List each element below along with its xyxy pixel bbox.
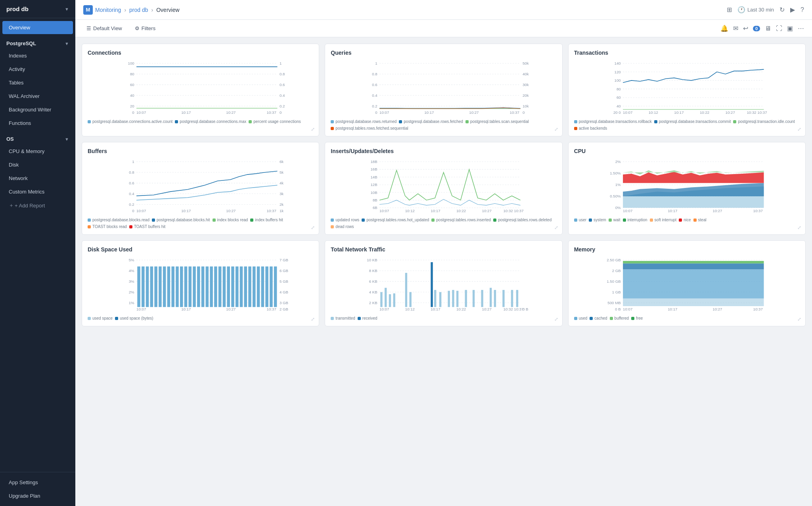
svg-rect-150 <box>189 266 192 307</box>
expand-icon[interactable]: ⤢ <box>554 316 558 322</box>
fullscreen-icon[interactable]: ⛶ <box>776 25 782 32</box>
toolbar-right: 🔔 ✉ ↩ 0 🖥 ⛶ ▣ ⋯ <box>720 25 804 32</box>
svg-text:16B: 16B <box>371 167 377 171</box>
default-view-button[interactable]: ☰ Default View <box>83 24 125 33</box>
revert-icon[interactable]: ↩ <box>743 25 748 32</box>
sidebar-item-disk[interactable]: Disk <box>2 158 73 171</box>
sidebar-item-wal-archiver[interactable]: WAL Archiver <box>2 90 73 103</box>
svg-text:0 B: 0 B <box>615 307 621 311</box>
bell-icon[interactable]: 🔔 <box>720 25 728 32</box>
help-icon[interactable]: ? <box>801 6 804 13</box>
cpu-legend: user system wait interruption soft inter… <box>574 218 800 222</box>
breadcrumb-current: Overview <box>156 7 179 13</box>
svg-text:6 KB: 6 KB <box>369 279 377 284</box>
main-content: M Monitoring › prod db › Overview ⊞ 🕐 La… <box>75 0 812 506</box>
svg-text:10:27: 10:27 <box>712 307 722 311</box>
postgresql-section[interactable]: PostgreSQL ▼ <box>0 36 75 49</box>
time-range-button[interactable]: 🕐 Last 30 min <box>737 6 774 13</box>
more-icon[interactable]: ⋯ <box>798 25 804 32</box>
svg-text:60: 60 <box>130 82 134 87</box>
svg-rect-143 <box>159 266 162 307</box>
svg-text:10:27: 10:27 <box>712 209 722 213</box>
svg-text:3k: 3k <box>280 192 283 196</box>
chart-connections: Connections 100 80 60 40 20 0 1 <box>82 44 319 136</box>
charts-grid: Connections 100 80 60 40 20 0 1 <box>82 44 806 326</box>
os-section[interactable]: OS ▼ <box>0 132 75 144</box>
svg-text:2.50 GB: 2.50 GB <box>607 258 621 262</box>
svg-rect-204 <box>511 290 513 307</box>
sidebar-item-background-writer[interactable]: Background Writer <box>2 103 73 116</box>
svg-text:10:27: 10:27 <box>226 307 236 311</box>
db-selector[interactable]: prod db ▼ <box>0 0 75 18</box>
svg-text:2%: 2% <box>615 159 620 164</box>
expand-icon[interactable]: ⤢ <box>311 126 315 132</box>
sidebar-item-indexes[interactable]: Indexes <box>2 49 73 62</box>
connections-legend: postgresql.database.connections.active.c… <box>88 119 313 124</box>
svg-text:0: 0 <box>280 110 282 115</box>
monitor-icon[interactable]: 🖥 <box>765 25 771 32</box>
svg-text:10:22: 10:22 <box>700 110 709 115</box>
svg-rect-170 <box>274 266 277 307</box>
transactions-chart-svg: 140 120 100 80 60 40 20 0 10:07 10:12 10… <box>574 59 800 115</box>
sidebar-item-cpu-memory[interactable]: CPU & Memory <box>2 145 73 158</box>
sidebar-item-upgrade-plan[interactable]: Upgrade Plan <box>2 489 73 502</box>
svg-text:0.6: 0.6 <box>129 181 134 185</box>
svg-rect-138 <box>137 266 140 307</box>
expand-icon[interactable]: ⤢ <box>797 316 801 322</box>
svg-text:0.8: 0.8 <box>372 72 377 76</box>
layout-icon[interactable]: ▣ <box>787 25 793 32</box>
svg-rect-190 <box>405 273 407 307</box>
svg-text:0.4: 0.4 <box>372 93 378 98</box>
svg-text:0.8: 0.8 <box>129 170 134 174</box>
svg-text:10:17: 10:17 <box>674 110 684 115</box>
breadcrumb-proddb[interactable]: prod db <box>129 7 148 13</box>
sidebar-item-network[interactable]: Network <box>2 172 73 185</box>
svg-text:10:37: 10:37 <box>753 209 762 213</box>
chart-transactions: Transactions 140 120 100 80 60 40 20 0 <box>568 44 806 136</box>
sidebar-item-custom-metrics[interactable]: Custom Metrics <box>2 185 73 198</box>
svg-rect-165 <box>253 266 256 307</box>
svg-rect-152 <box>197 266 200 307</box>
filters-button[interactable]: ⚙ Filters <box>132 24 159 33</box>
expand-icon[interactable]: ⤢ <box>797 126 801 132</box>
svg-text:0.50%: 0.50% <box>610 194 621 198</box>
breadcrumb-sep1: › <box>124 7 126 13</box>
sidebar-item-tables[interactable]: Tables <box>2 76 73 89</box>
sidebar-item-app-settings[interactable]: App Settings <box>2 476 73 489</box>
svg-text:40: 40 <box>617 104 621 108</box>
network-chart-svg: 10 KB 8 KB 6 KB 4 KB 2 KB 0 B <box>331 256 556 311</box>
disk-legend: used space used space (bytes) <box>88 316 313 320</box>
svg-rect-199 <box>473 290 475 307</box>
sidebar-item-activity[interactable]: Activity <box>2 63 73 76</box>
expand-icon[interactable]: ⤢ <box>554 126 558 132</box>
svg-marker-116 <box>623 172 764 183</box>
add-report-button[interactable]: ＋ + Add Report <box>2 199 73 212</box>
inserts-legend: updated rows postgresql.tables.rows.hot_… <box>331 218 556 229</box>
email-icon[interactable]: ✉ <box>733 25 738 32</box>
svg-text:10:07: 10:07 <box>136 209 146 213</box>
grid-icon[interactable]: ⊞ <box>727 6 732 13</box>
sidebar-item-functions[interactable]: Functions <box>2 117 73 130</box>
memory-legend: used cached buffered free <box>574 316 800 320</box>
svg-text:10k: 10k <box>523 104 529 108</box>
expand-icon[interactable]: ⤢ <box>554 225 558 230</box>
svg-text:1 GB: 1 GB <box>612 290 620 294</box>
svg-text:0%: 0% <box>615 205 620 210</box>
svg-text:18B: 18B <box>371 159 377 164</box>
expand-icon[interactable]: ⤢ <box>797 225 801 230</box>
svg-text:2k: 2k <box>280 202 283 207</box>
chart-queries: Queries 1 0.8 0.6 0.4 0.2 0 50k 40k 30k <box>325 44 562 136</box>
expand-icon[interactable]: ⤢ <box>311 225 315 230</box>
play-icon[interactable]: ▶ <box>790 6 795 13</box>
svg-text:60: 60 <box>617 95 621 100</box>
svg-text:10:37: 10:37 <box>510 110 519 115</box>
svg-text:4k: 4k <box>280 181 283 185</box>
sidebar-item-overview[interactable]: Overview <box>2 21 73 34</box>
refresh-icon[interactable]: ↻ <box>779 6 785 13</box>
postgresql-chevron-icon: ▼ <box>65 41 69 46</box>
expand-icon[interactable]: ⤢ <box>311 316 315 322</box>
svg-text:0: 0 <box>132 209 134 213</box>
svg-text:10:37: 10:37 <box>267 110 276 115</box>
svg-text:10 KB: 10 KB <box>367 258 377 262</box>
breadcrumb-monitoring[interactable]: Monitoring <box>95 7 121 13</box>
